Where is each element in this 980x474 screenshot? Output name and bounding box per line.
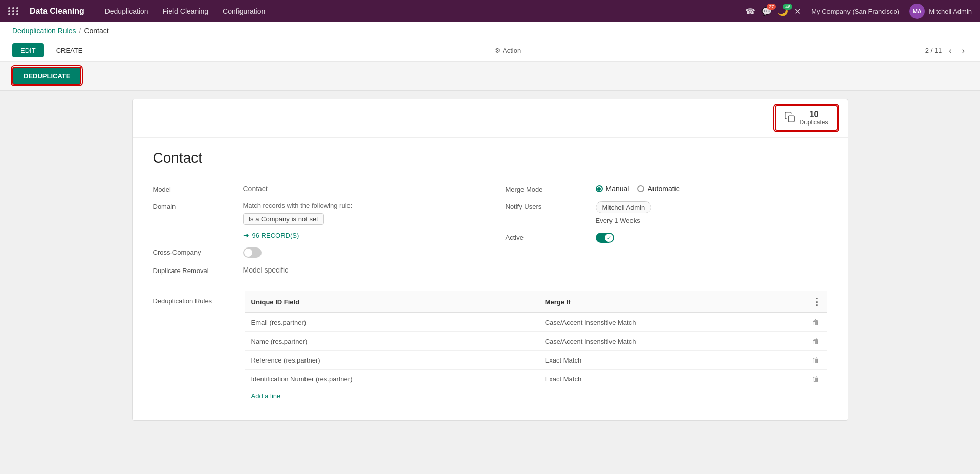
records-link[interactable]: ➜ 96 RECORD(S) bbox=[243, 231, 353, 239]
cross-company-label: Cross-Company bbox=[153, 247, 235, 256]
duplicates-button[interactable]: 10 Duplicates bbox=[775, 105, 837, 131]
breadcrumb-parent[interactable]: Deduplication Rules bbox=[12, 27, 76, 35]
moon-icon[interactable]: 🌙 46 bbox=[778, 7, 788, 16]
model-field-row: Model Contact bbox=[153, 180, 475, 197]
notify-users-label: Notify Users bbox=[506, 201, 587, 210]
deduplicate-button[interactable]: DEDUPLICATE bbox=[12, 67, 81, 85]
active-field-row: Active ✓ bbox=[506, 229, 827, 247]
merge-mode-automatic-option[interactable]: Automatic bbox=[637, 185, 679, 193]
domain-content: Match records with the following rule: I… bbox=[243, 201, 353, 239]
delete-rule-button[interactable]: 🗑 bbox=[812, 318, 819, 326]
model-value: Contact bbox=[243, 185, 475, 193]
rules-table: Unique ID Field Merge If ⋮ Email (res.pa… bbox=[245, 291, 827, 388]
col-merge-if: Merge If bbox=[539, 291, 806, 313]
active-toggle[interactable]: ✓ bbox=[596, 233, 614, 243]
apps-grid-icon bbox=[8, 7, 19, 15]
arrow-icon: ➜ bbox=[243, 231, 249, 239]
duplicate-removal-value: Model specific bbox=[243, 266, 475, 274]
form-left: Model Contact Domain Match records with … bbox=[153, 180, 475, 279]
nav-deduplication[interactable]: Deduplication bbox=[99, 5, 155, 17]
chat-badge: 27 bbox=[767, 4, 776, 10]
breadcrumb-current: Contact bbox=[84, 27, 108, 35]
domain-desc: Match records with the following rule: bbox=[243, 201, 353, 209]
toggle-knob: ✓ bbox=[605, 234, 613, 242]
rule-unique-id: Name (res.partner) bbox=[245, 332, 539, 351]
domain-tag-field: Is a Company bbox=[249, 215, 290, 223]
form-grid: Model Contact Domain Match records with … bbox=[153, 180, 827, 279]
apps-menu-button[interactable] bbox=[8, 7, 19, 15]
prev-page-button[interactable]: ‹ bbox=[946, 45, 954, 56]
nav-field-cleaning[interactable]: Field Cleaning bbox=[157, 5, 215, 17]
avatar: MA bbox=[909, 4, 925, 19]
page-info: 2 / 11 bbox=[925, 47, 942, 54]
merge-mode-automatic-radio[interactable] bbox=[637, 185, 644, 192]
merge-mode-automatic-label: Automatic bbox=[647, 185, 679, 193]
rules-row: Deduplication Rules Unique ID Field Merg… bbox=[153, 291, 827, 404]
cross-company-field-row: Cross-Company bbox=[153, 243, 475, 262]
add-line-button[interactable]: Add a line bbox=[245, 388, 287, 404]
create-button[interactable]: CREATE bbox=[48, 43, 91, 57]
delete-rule-button[interactable]: 🗑 bbox=[812, 337, 819, 345]
company-name[interactable]: My Company (San Francisco) bbox=[811, 8, 899, 15]
duplicates-info: 10 Duplicates bbox=[799, 110, 828, 126]
dedup-rules-section: Deduplication Rules Unique ID Field Merg… bbox=[153, 291, 827, 404]
chat-icon[interactable]: 💬 27 bbox=[761, 7, 772, 16]
close-icon[interactable]: ✕ bbox=[794, 7, 801, 16]
action-menu[interactable]: ⚙ Action bbox=[495, 47, 521, 54]
next-page-button[interactable]: › bbox=[959, 45, 968, 56]
form-right: Merge Mode Manual Automatic bbox=[506, 180, 827, 279]
records-count: 96 RECORD(S) bbox=[252, 232, 299, 239]
action-label: ⚙ Action bbox=[495, 47, 521, 54]
record-title: Contact bbox=[153, 150, 827, 166]
duplicate-removal-field-row: Duplicate Removal Model specific bbox=[153, 262, 475, 279]
merge-mode-field-row: Merge Mode Manual Automatic bbox=[506, 180, 827, 197]
merge-mode-manual-radio[interactable] bbox=[596, 185, 603, 192]
table-row: Name (res.partner) Case/Accent Insensiti… bbox=[245, 332, 827, 351]
domain-tag: Is a Company is not set bbox=[243, 213, 324, 225]
domain-label: Domain bbox=[153, 201, 235, 210]
merge-mode-manual-option[interactable]: Manual bbox=[596, 185, 629, 193]
svg-rect-0 bbox=[789, 116, 795, 122]
breadcrumb: Deduplication Rules / Contact bbox=[0, 22, 980, 39]
phone-icon[interactable]: ☎ bbox=[745, 7, 755, 16]
rules-section-label: Deduplication Rules bbox=[153, 291, 245, 404]
domain-field-row: Domain Match records with the following … bbox=[153, 197, 475, 243]
notify-users-field-row: Notify Users Mitchell Admin Every 1 Week… bbox=[506, 197, 827, 229]
notify-freq-text: Every 1 Weeks bbox=[596, 217, 640, 224]
action-bar: EDIT CREATE ⚙ Action 2 / 11 ‹ › bbox=[0, 39, 980, 62]
domain-tag-condition: is not set bbox=[292, 215, 318, 223]
rule-unique-id: Reference (res.partner) bbox=[245, 351, 539, 370]
duplicates-label: Duplicates bbox=[799, 119, 828, 126]
rule-unique-id: Identification Number (res.partner) bbox=[245, 370, 539, 389]
user-menu[interactable]: MA Mitchell Admin bbox=[909, 4, 972, 19]
merge-mode-manual-label: Manual bbox=[606, 185, 629, 193]
record-card: 10 Duplicates Contact Model Contact Doma… bbox=[132, 99, 848, 421]
card-body: Contact Model Contact Domain Match recor… bbox=[133, 138, 848, 420]
rule-merge-if: Case/Accent Insensitive Match bbox=[539, 313, 806, 332]
active-label: Active bbox=[506, 233, 587, 241]
copy-icon bbox=[784, 111, 795, 125]
rule-delete-cell: 🗑 bbox=[806, 370, 827, 389]
edit-button[interactable]: EDIT bbox=[12, 43, 44, 57]
rule-merge-if: Exact Match bbox=[539, 370, 806, 389]
table-row: Reference (res.partner) Exact Match 🗑 bbox=[245, 351, 827, 370]
top-nav-menu: Deduplication Field Cleaning Configurati… bbox=[99, 5, 272, 17]
rule-delete-cell: 🗑 bbox=[806, 332, 827, 351]
table-options-icon[interactable]: ⋮ bbox=[812, 297, 821, 307]
notify-user-tag: Mitchell Admin bbox=[596, 201, 652, 213]
duplicate-removal-label: Duplicate Removal bbox=[153, 266, 235, 275]
rules-table-container: Unique ID Field Merge If ⋮ Email (res.pa… bbox=[245, 291, 827, 404]
rule-delete-cell: 🗑 bbox=[806, 351, 827, 370]
app-title: Data Cleaning bbox=[30, 7, 84, 16]
main-content: 10 Duplicates Contact Model Contact Doma… bbox=[0, 91, 980, 474]
duplicates-count: 10 bbox=[799, 110, 828, 119]
rule-unique-id: Email (res.partner) bbox=[245, 313, 539, 332]
model-label: Model bbox=[153, 185, 235, 193]
nav-configuration[interactable]: Configuration bbox=[216, 5, 271, 17]
nav-icons: ☎ 💬 27 🌙 46 ✕ bbox=[745, 7, 801, 16]
notify-user-name: Mitchell Admin bbox=[602, 204, 645, 211]
top-navigation: Data Cleaning Deduplication Field Cleani… bbox=[0, 0, 980, 22]
cross-company-toggle[interactable] bbox=[243, 247, 262, 258]
delete-rule-button[interactable]: 🗑 bbox=[812, 356, 819, 364]
delete-rule-button[interactable]: 🗑 bbox=[812, 375, 819, 383]
